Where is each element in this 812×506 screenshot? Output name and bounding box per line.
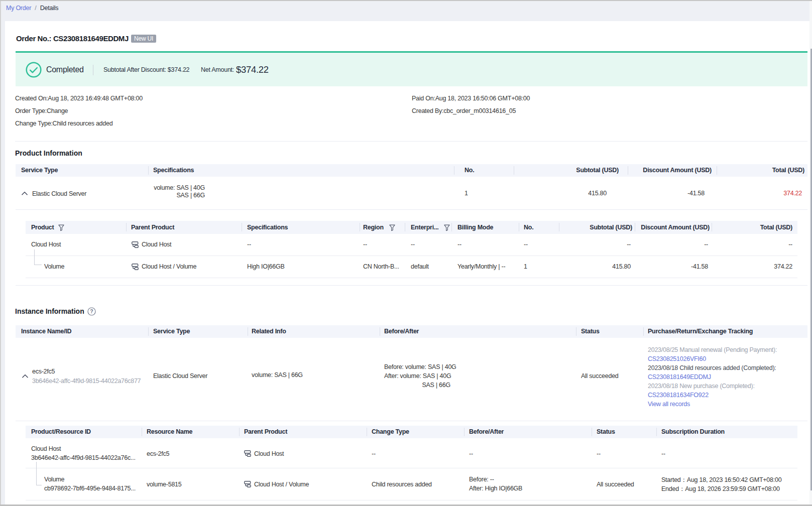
svg-text:?: ? [90,308,93,314]
